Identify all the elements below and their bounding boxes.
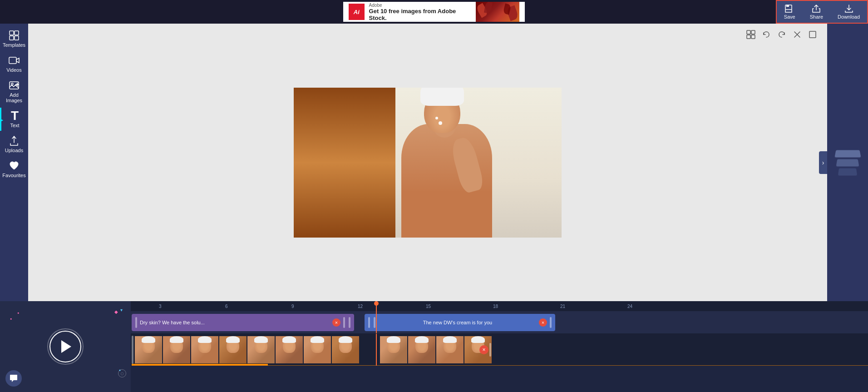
redo-button[interactable] (776, 29, 787, 40)
timeline-tracks: Dry skin? We have the solu... × The new … (131, 311, 868, 392)
video-preview (294, 88, 562, 238)
ruler-tick-18: 18 (493, 304, 498, 309)
grid-icon (9, 30, 20, 41)
video-track: × (131, 334, 868, 366)
clip-handle-right-1[interactable] (343, 317, 345, 328)
deco-dot-pink2: ● (17, 311, 19, 314)
svg-rect-2 (10, 31, 14, 35)
text-label: Text (10, 123, 19, 128)
favourites-label: Favourites (2, 173, 25, 178)
videos-label: Videos (6, 67, 21, 73)
deco-circle: ○ (118, 369, 126, 377)
share-icon (811, 4, 821, 13)
clip-handle-left-2[interactable] (368, 317, 370, 328)
ruler-tick-9: 9 (291, 304, 294, 309)
svg-rect-3 (15, 31, 19, 35)
audio-clip-1-remove[interactable]: × (332, 318, 340, 327)
save-icon (784, 4, 794, 13)
sidebar-item-favourites[interactable]: Favourites (0, 158, 28, 181)
save-button[interactable]: Save (780, 3, 799, 20)
video-strip-2: × (380, 336, 492, 364)
expand-canvas-button[interactable] (807, 29, 818, 40)
sidebar-item-uploads[interactable]: Uploads (0, 133, 28, 156)
clip-handle-left-1[interactable] (135, 317, 137, 328)
adobe-logo: Ai (349, 4, 365, 20)
sidebar-item-templates[interactable]: Templates (0, 27, 28, 50)
undo-button[interactable] (761, 29, 772, 40)
ruler-tick-3: 3 (159, 304, 162, 309)
top-toolbar: Save Share Download (776, 0, 868, 24)
playback-area: ◆ ● ● ● ○ ▾ (0, 301, 131, 392)
share-label: Share (810, 14, 823, 20)
timeline-ruler: 3 6 9 12 15 18 21 24 (131, 301, 868, 311)
clip-handle-left-2b[interactable] (374, 317, 375, 328)
svg-rect-4 (10, 36, 14, 40)
share-button[interactable]: Share (806, 3, 827, 20)
video-clip-handle-right[interactable] (489, 343, 491, 357)
ad-logo-text: Adobe (369, 3, 471, 8)
svg-rect-6 (9, 57, 16, 64)
playhead-audio (376, 311, 377, 333)
panel-toggle-button[interactable]: › (819, 151, 827, 174)
chat-button[interactable] (5, 370, 22, 387)
deco-diamond: ◆ (114, 309, 118, 314)
play-ring (47, 328, 84, 365)
sidebar-item-add-images[interactable]: Add Images (0, 77, 28, 106)
ruler-tick-21: 21 (560, 304, 565, 309)
right-panel: › (827, 24, 868, 301)
canvas-toolbar (745, 29, 818, 40)
svg-rect-13 (809, 31, 816, 38)
templates-label: Templates (3, 42, 25, 48)
close-canvas-button[interactable] (792, 29, 803, 40)
save-label: Save (784, 14, 795, 20)
video-strip-1 (132, 336, 360, 364)
audio-clip-2-text: The new DW's cream is for you (378, 320, 537, 325)
timeline-area: 3 6 9 12 15 18 21 24 (131, 301, 868, 392)
download-icon (844, 4, 854, 13)
download-label: Download (838, 14, 860, 20)
ruler-tick-24: 24 (627, 304, 632, 309)
ad-content[interactable]: Ai Adobe Get 10 free images from Adobe S… (343, 2, 525, 22)
ruler-tick-12: 12 (358, 304, 363, 309)
audio-clip-1[interactable]: Dry skin? We have the solu... × (132, 314, 354, 331)
grid-tool-button[interactable] (745, 29, 756, 40)
video-track-handle-left[interactable] (132, 336, 133, 364)
deco-dot-pink: ● (10, 317, 12, 320)
sidebar-item-text[interactable]: ▶ T Text (0, 108, 28, 131)
video-icon (9, 55, 20, 66)
bottom-area: ◆ ● ● ● ○ ▾ (0, 301, 868, 392)
upload-icon (9, 135, 20, 146)
play-button-container (47, 328, 84, 365)
audio-clip-1-text: Dry skin? We have the solu... (140, 320, 330, 325)
orange-outline (132, 365, 868, 366)
left-sidebar: Templates Videos (0, 24, 28, 301)
ruler-tick-6: 6 (225, 304, 228, 309)
download-button[interactable]: Download (834, 3, 863, 20)
audio-clip-2-remove[interactable]: × (539, 318, 547, 327)
svg-rect-1 (786, 5, 789, 7)
svg-rect-5 (15, 36, 19, 40)
image-icon (9, 80, 20, 91)
layers-icon (835, 150, 860, 175)
ad-main-text: Get 10 free images from Adobe Stock. (369, 8, 471, 21)
audio-track: Dry skin? We have the solu... × The new … (131, 311, 868, 334)
playhead-video (376, 334, 377, 366)
ad-banner: Ai Adobe Get 10 free images from Adobe S… (0, 0, 868, 24)
svg-rect-12 (751, 35, 755, 39)
heart-icon (9, 160, 20, 171)
text-icon: T (10, 110, 20, 121)
clip-handle-right-1b[interactable] (349, 317, 350, 328)
add-images-label: Add Images (2, 92, 26, 103)
audio-clip-2[interactable]: The new DW's cream is for you × (365, 314, 555, 331)
clip-handle-right-2[interactable] (550, 317, 552, 328)
svg-rect-9 (747, 30, 750, 34)
playhead-ruler (376, 301, 377, 311)
deco-arrow-top: ▾ (120, 308, 123, 313)
sidebar-item-videos[interactable]: Videos (0, 52, 28, 75)
svg-rect-10 (751, 30, 755, 34)
video-clip-remove[interactable]: × (479, 345, 488, 354)
uploads-label: Uploads (5, 148, 23, 153)
svg-rect-11 (747, 35, 750, 39)
canvas-area (28, 24, 827, 301)
ruler-tick-15: 15 (426, 304, 431, 309)
